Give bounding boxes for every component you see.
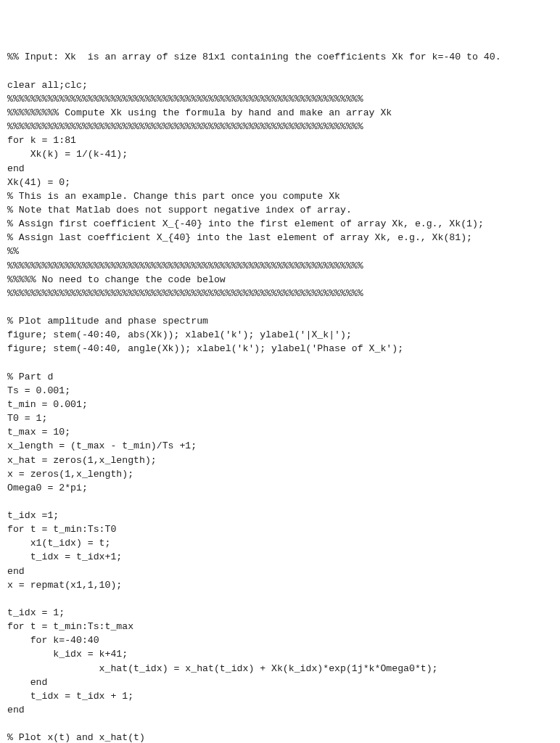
- code-line: for t = t_min:Ts:t_max: [7, 620, 553, 633]
- code-line: x_hat = zeros(1,x_length);: [7, 453, 553, 467]
- code-line: Omega0 = 2*pi;: [7, 481, 553, 495]
- code-line: for k=-40:40: [7, 633, 553, 647]
- code-line: Ts = 0.001;: [7, 384, 553, 398]
- code-line: t_idx =1;: [7, 509, 553, 522]
- code-line: k_idx = k+41;: [7, 647, 553, 661]
- code-line: %%: [7, 245, 553, 258]
- code-line: [7, 65, 553, 78]
- code-line: % Plot x(t) and x_hat(t): [7, 731, 553, 743]
- code-line: for k = 1:81: [7, 134, 553, 147]
- code-line: % Assign last coefficient X_{40} into th…: [7, 231, 553, 245]
- code-line: clear all;clc;: [7, 78, 553, 92]
- code-line: for t = t_min:Ts:T0: [7, 522, 553, 536]
- code-line: t_idx = t_idx + 1;: [7, 689, 553, 703]
- code-line: %%%%%%%%%%%%%%%%%%%%%%%%%%%%%%%%%%%%%%%%…: [7, 92, 553, 106]
- code-line: x_length = (t_max - t_min)/Ts +1;: [7, 439, 553, 453]
- code-line: %%%%%%%%%%%%%%%%%%%%%%%%%%%%%%%%%%%%%%%%…: [7, 120, 553, 134]
- code-line: [7, 495, 553, 509]
- code-line: x = zeros(1,x_length);: [7, 467, 553, 481]
- code-line: end: [7, 703, 553, 717]
- code-block: %% Input: Xk is an array of size 81x1 co…: [7, 50, 553, 743]
- code-line: [7, 592, 553, 606]
- code-line: t_idx = 1;: [7, 606, 553, 620]
- code-line: figure; stem(-40:40, angle(Xk)); xlabel(…: [7, 342, 553, 356]
- code-line: % This is an example. Change this part o…: [7, 189, 553, 203]
- code-line: [7, 356, 553, 370]
- code-line: %%%%%%%%% Compute Xk using the formula b…: [7, 106, 553, 120]
- code-line: x = repmat(x1,1,10);: [7, 578, 553, 592]
- code-line: % Note that Matlab does not support nega…: [7, 203, 553, 217]
- code-line: end: [7, 162, 553, 176]
- code-line: x1(t_idx) = t;: [7, 536, 553, 550]
- code-line: %% Input: Xk is an array of size 81x1 co…: [7, 50, 553, 64]
- code-line: t_idx = t_idx+1;: [7, 550, 553, 564]
- code-line: T0 = 1;: [7, 411, 553, 425]
- code-line: figure; stem(-40:40, abs(Xk)); xlabel('k…: [7, 328, 553, 342]
- code-line: % Part d: [7, 370, 553, 384]
- code-line: end: [7, 676, 553, 689]
- code-line: t_max = 10;: [7, 425, 553, 439]
- code-line: %%%%%%%%%%%%%%%%%%%%%%%%%%%%%%%%%%%%%%%%…: [7, 259, 553, 273]
- code-line: t_min = 0.001;: [7, 398, 553, 411]
- code-line: % Assign first coefficient X_{-40} into …: [7, 217, 553, 231]
- code-line: Xk(41) = 0;: [7, 176, 553, 189]
- code-line: %%%%%%%%%%%%%%%%%%%%%%%%%%%%%%%%%%%%%%%%…: [7, 287, 553, 300]
- code-line: % Plot amplitude and phase spectrum: [7, 314, 553, 328]
- code-line: x_hat(t_idx) = x_hat(t_idx) + Xk(k_idx)*…: [7, 662, 553, 676]
- code-line: Xk(k) = 1/(k-41);: [7, 147, 553, 161]
- code-line: %%%%% No need to change the code below: [7, 273, 553, 287]
- code-line: end: [7, 565, 553, 578]
- code-line: [7, 717, 553, 731]
- code-line: [7, 300, 553, 314]
